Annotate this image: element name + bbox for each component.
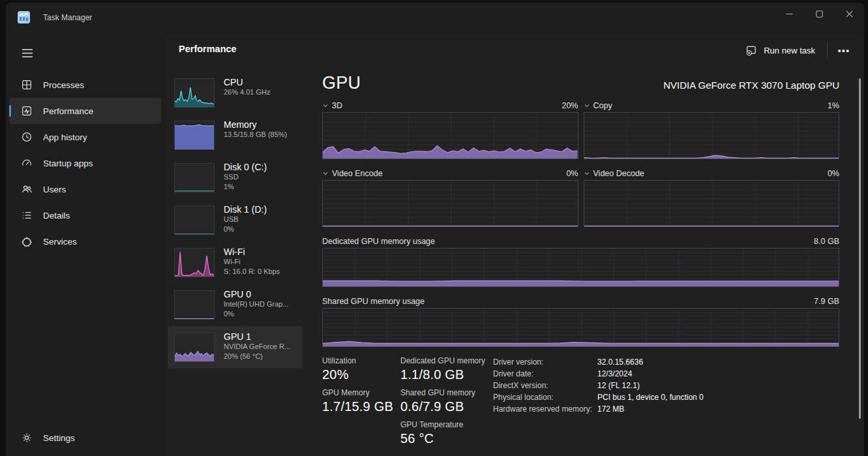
chart-3d-plot (322, 112, 578, 159)
processes-icon (22, 80, 32, 90)
performance-metric-list: CPU26% 4.01 GHzMemory13.5/15.8 GB (85%)D… (168, 72, 303, 369)
sidebar-item-label: Settings (43, 433, 75, 443)
metric-item-wifi[interactable]: Wi-FiWi-FiS: 16.0 R: 0 Kbps (168, 241, 303, 284)
chart-value: 7.9 GB (814, 297, 839, 306)
metric-item-gpu1[interactable]: GPU 1NVIDIA GeForce R...20% (56 °C) (168, 326, 303, 369)
gpu0-sparkline (174, 290, 215, 320)
metric-subtext: USB (224, 215, 267, 224)
sidebar-item-label: Performance (43, 106, 93, 116)
chart-3d-header: 3D20% (322, 100, 578, 111)
chart-label: Copy (593, 101, 612, 110)
metric-item-memory[interactable]: Memory13.5/15.8 GB (85%) (168, 114, 303, 157)
sidebar-item-label: Startup apps (43, 159, 93, 168)
content-header: Performance Run new task (164, 34, 864, 65)
wifi-sparkline (174, 248, 215, 277)
metric-subtext: 0% (224, 224, 267, 234)
info-label: Driver date: (493, 368, 597, 380)
metric-name: CPU (224, 77, 271, 87)
sidebar-item-performance[interactable]: Performance (9, 98, 161, 124)
sidebar-item-label: Processes (43, 80, 84, 90)
stat-column-2: Dedicated GPU memory1.1/8.0 GBShared GPU… (400, 356, 493, 452)
chevron-down-icon[interactable] (322, 170, 329, 177)
stat-value: 1.7/15.9 GB (322, 399, 400, 414)
app-history-icon (22, 132, 32, 142)
metric-item-disk0[interactable]: Disk 0 (C:)SSD1% (168, 157, 303, 199)
sidebar-item-label: Users (43, 185, 66, 194)
maximize-button[interactable] (804, 3, 834, 25)
metric-item-cpu[interactable]: CPU26% 4.01 GHz (168, 72, 303, 114)
performance-content: CPU26% 4.01 GHzMemory13.5/15.8 GB (85%)D… (164, 65, 864, 456)
metric-item-disk1[interactable]: Disk 1 (D:)USB0% (168, 199, 303, 241)
content-area: Performance Run new task (164, 34, 864, 456)
gpu-stats: Utilization20%GPU Memory1.7/15.9 GBDedic… (322, 356, 839, 452)
header-divider (827, 42, 828, 59)
metric-text: Wi-FiWi-FiS: 16.0 R: 0 Kbps (224, 248, 280, 277)
chart-dedicated: Dedicated GPU memory usage8.0 GB (322, 236, 839, 287)
info-value: 32.0.15.6636 (597, 356, 839, 368)
sidebar-item-services[interactable]: Services (9, 228, 161, 254)
chart-shared: Shared GPU memory usage7.9 GB (322, 296, 839, 347)
chart-shared-header: Shared GPU memory usage7.9 GB (322, 296, 839, 307)
metric-text: GPU 0Intel(R) UHD Grap...0% (224, 290, 289, 320)
nav-settings: Settings (9, 425, 161, 451)
more-options-button[interactable]: ••• (831, 40, 856, 60)
chart-video-encode: Video Encode0% (322, 168, 578, 227)
hamburger-menu-icon[interactable] (15, 42, 40, 64)
sidebar-item-details[interactable]: Details (9, 202, 161, 228)
info-value: 12 (FL 12.1) (597, 380, 839, 391)
metric-text: CPU26% 4.01 GHz (224, 78, 271, 108)
sidebar-item-processes[interactable]: Processes (9, 72, 161, 98)
disk0-sparkline (174, 163, 215, 192)
startup-apps-icon (22, 158, 32, 168)
metric-text: Disk 0 (C:)SSD1% (224, 163, 267, 192)
sidebar-item-users[interactable]: Users (9, 176, 161, 202)
metric-subtext: S: 16.0 R: 0 Kbps (224, 267, 280, 277)
chart-video-decode-plot (584, 180, 840, 227)
info-label: Hardware reserved memory: (493, 403, 597, 415)
metric-item-gpu0[interactable]: GPU 0Intel(R) UHD Grap...0% (168, 284, 303, 326)
chart-video-encode-plot (322, 180, 578, 227)
window-title: Task Manager (43, 13, 92, 22)
chevron-down-icon[interactable] (584, 170, 590, 177)
services-icon (22, 236, 32, 247)
metric-name: Memory (224, 119, 287, 130)
chart-label: Shared GPU memory usage (322, 297, 425, 306)
chart-3d: 3D20% (322, 100, 578, 159)
chevron-down-icon[interactable] (322, 102, 329, 109)
metric-subtext: 13.5/15.8 GB (85%) (224, 130, 287, 140)
close-button[interactable] (834, 3, 864, 25)
page-title: Performance (179, 44, 237, 54)
metric-name: GPU 1 (224, 331, 290, 342)
chevron-down-icon[interactable] (584, 102, 590, 109)
stat-label: GPU Temperature (400, 420, 493, 429)
chart-copy: Copy1% (584, 100, 840, 159)
stat-label: Dedicated GPU memory (400, 356, 493, 365)
chart-dedicated-header: Dedicated GPU memory usage8.0 GB (322, 236, 839, 247)
chart-value: 20% (561, 101, 578, 110)
stat-label: Utilization (322, 356, 400, 365)
vertical-scrollbar[interactable] (859, 78, 861, 419)
sidebar-item-app-history[interactable]: App history (9, 124, 161, 150)
chart-label: 3D (332, 101, 342, 110)
chart-video-decode-header: Video Decode0% (584, 168, 840, 179)
chart-label: Dedicated GPU memory usage (322, 237, 435, 246)
minimize-button[interactable] (774, 3, 804, 25)
metric-subtext: 20% (56 °C) (224, 352, 290, 361)
chart-label: Video Decode (593, 169, 644, 178)
nav-list: ProcessesPerformanceApp historyStartup a… (9, 72, 161, 254)
info-value: 172 MB (597, 403, 839, 415)
run-new-task-button[interactable]: Run new task (738, 40, 823, 60)
sidebar-item-startup-apps[interactable]: Startup apps (9, 150, 161, 176)
sidebar-item-settings[interactable]: Settings (9, 425, 161, 451)
metric-text: GPU 1NVIDIA GeForce R...20% (56 °C) (224, 333, 290, 362)
stat-value: 20% (322, 367, 400, 382)
title-bar[interactable]: Task Manager (6, 3, 864, 34)
driver-info: Driver version:32.0.15.6636Driver date:1… (493, 356, 839, 452)
metric-subtext: 26% 4.01 GHz (224, 87, 271, 97)
selected-accent-bar (9, 105, 11, 117)
metric-subtext: NVIDIA GeForce R... (224, 342, 290, 352)
chart-dedicated-plot (322, 248, 839, 287)
disk1-sparkline (174, 205, 215, 235)
memory-sparkline (174, 121, 215, 150)
metric-subtext: SSD (224, 172, 267, 182)
